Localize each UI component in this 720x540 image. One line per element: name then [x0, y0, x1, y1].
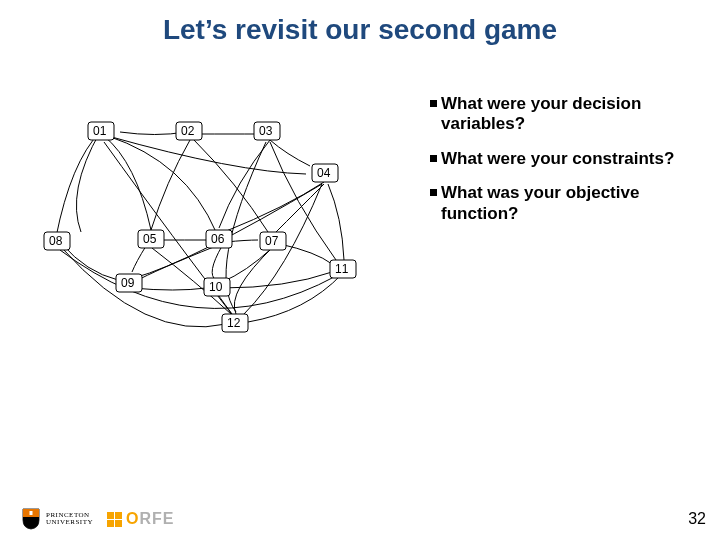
node-11: 11 — [330, 260, 356, 278]
bullet-list: What were your decision variables? What … — [430, 94, 700, 238]
node-07: 07 — [260, 232, 286, 250]
princeton-wordmark: PRINCETON UNIVERSITY — [46, 512, 93, 526]
node-01: 01 — [88, 122, 114, 140]
graph-figure: 01 02 03 04 05 06 07 08 09 10 11 12 — [26, 92, 406, 352]
bullet-text: What were your constraints? — [441, 149, 700, 169]
svg-text:04: 04 — [317, 166, 331, 180]
orfe-logo: ORFE — [107, 510, 174, 528]
node-05: 05 — [138, 230, 164, 248]
graph-edges — [56, 132, 344, 327]
node-06: 06 — [206, 230, 232, 248]
slide-title: Let’s revisit our second game — [0, 14, 720, 46]
bullet-item: What was your objective function? — [430, 183, 700, 224]
svg-text:03: 03 — [259, 124, 273, 138]
orfe-letters-rfe: RFE — [139, 510, 174, 528]
bullet-item: What were your decision variables? — [430, 94, 700, 135]
node-04: 04 — [312, 164, 338, 182]
bullet-text: What were your decision variables? — [441, 94, 700, 135]
svg-text:02: 02 — [181, 124, 195, 138]
bullet-icon — [430, 189, 437, 196]
bullet-icon — [430, 155, 437, 162]
slide: Let’s revisit our second game — [0, 0, 720, 540]
node-08: 08 — [44, 232, 70, 250]
bullet-text: What was your objective function? — [441, 183, 700, 224]
bullet-item: What were your constraints? — [430, 149, 700, 169]
svg-text:09: 09 — [121, 276, 135, 290]
princeton-line2: UNIVERSITY — [46, 519, 93, 526]
bullet-icon — [430, 100, 437, 107]
footer: PRINCETON UNIVERSITY ORFE — [22, 508, 174, 530]
svg-text:12: 12 — [227, 316, 241, 330]
node-09: 09 — [116, 274, 142, 292]
svg-text:06: 06 — [211, 232, 225, 246]
svg-text:05: 05 — [143, 232, 157, 246]
svg-rect-24 — [30, 511, 33, 515]
node-12: 12 — [222, 314, 248, 332]
orfe-letter-o: O — [126, 510, 139, 528]
node-10: 10 — [204, 278, 230, 296]
princeton-shield-icon — [22, 508, 40, 530]
orfe-squares-icon — [107, 512, 122, 527]
node-02: 02 — [176, 122, 202, 140]
svg-text:11: 11 — [335, 262, 349, 276]
page-number: 32 — [688, 510, 706, 528]
svg-text:10: 10 — [209, 280, 223, 294]
svg-text:08: 08 — [49, 234, 63, 248]
svg-text:07: 07 — [265, 234, 279, 248]
svg-text:01: 01 — [93, 124, 107, 138]
node-03: 03 — [254, 122, 280, 140]
